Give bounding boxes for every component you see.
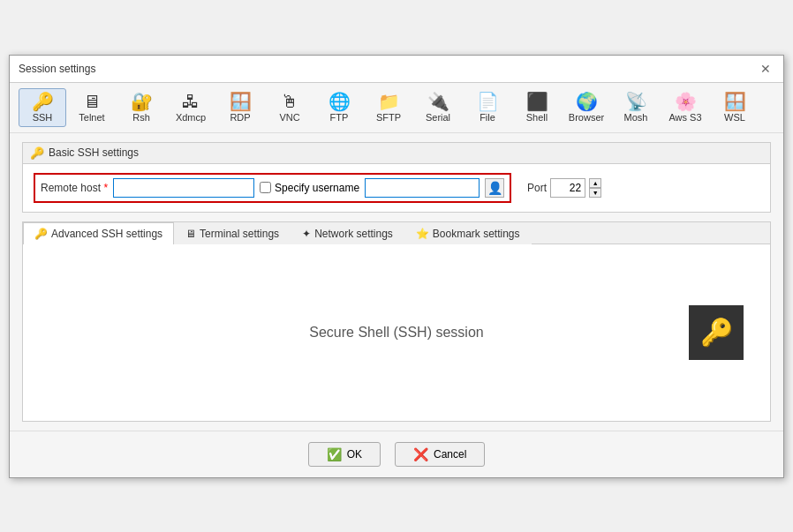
key-icon-box: 🔑 [689,305,744,360]
tab-content-area: Secure Shell (SSH) session 🔑 [23,244,770,421]
mosh-icon: 📡 [625,93,647,110]
session-dialog: Session settings ✕ 🔑SSH🖥Telnet🔐Rsh🖧Xdmcp… [9,55,784,478]
cancel-button[interactable]: ❌ Cancel [395,442,485,467]
basic-ssh-section: 🔑 Basic SSH settings Remote host * [22,142,771,213]
protocol-btn-rdp[interactable]: 🪟RDP [216,88,264,127]
rdp-icon: 🪟 [230,93,252,110]
xdmcp-icon: 🖧 [182,93,200,110]
host-user-group: Remote host * Specify username [34,173,511,203]
port-spinner: ▲ ▼ [589,178,601,198]
footer: ✅ OK ❌ Cancel [10,431,783,477]
close-button[interactable]: ✕ [757,61,774,77]
remote-host-row: Remote host * [41,178,254,198]
serial-icon: 🔌 [427,93,449,110]
tab-terminal[interactable]: 🖥Terminal settings [174,222,291,244]
sftp-label: SFTP [376,112,401,123]
protocol-btn-file[interactable]: 📄File [464,88,511,127]
protocol-btn-shell[interactable]: ⬛Shell [513,88,561,127]
protocol-btn-wsl[interactable]: 🪟WSL [711,88,759,127]
ok-label: OK [347,448,362,461]
protocol-bar: 🔑SSH🖥Telnet🔐Rsh🖧Xdmcp🪟RDP🖱VNC🌐FTP📁SFTP🔌S… [10,83,783,133]
ok-button[interactable]: ✅ OK [308,442,381,467]
ssh-icon: 🔑 [32,93,54,110]
dialog-title: Session settings [19,63,95,75]
tab-advanced[interactable]: 🔑Advanced SSH settings [23,222,174,244]
serial-label: Serial [426,112,450,123]
protocol-btn-ssh[interactable]: 🔑SSH [19,88,66,127]
awss3-icon: 🌸 [675,93,697,110]
protocol-btn-awss3[interactable]: 🌸Aws S3 [661,88,709,127]
specify-username-checkbox[interactable] [260,182,271,193]
ssh-section-icon: 🔑 [30,146,44,160]
network-tab-icon: ✦ [302,228,311,240]
vnc-label: VNC [279,112,299,123]
browser-icon: 🌍 [576,93,598,110]
cancel-icon: ❌ [413,447,428,461]
wsl-icon: 🪟 [724,93,746,110]
main-content: 🔑 Basic SSH settings Remote host * [10,133,783,431]
port-down-button[interactable]: ▼ [589,188,601,198]
wsl-label: WSL [724,112,745,123]
specify-username-checkbox-label[interactable]: Specify username [260,182,359,194]
ok-icon: ✅ [327,447,342,461]
rdp-label: RDP [230,112,250,123]
bookmark-tab-label: Bookmark settings [433,228,520,240]
shell-label: Shell [526,112,548,123]
tabs-header: 🔑Advanced SSH settings🖥Terminal settings… [23,222,770,244]
network-tab-label: Network settings [314,228,393,240]
mosh-label: Mosh [624,112,648,123]
port-input[interactable] [550,178,585,198]
advanced-tabs-container: 🔑Advanced SSH settings🖥Terminal settings… [22,221,771,422]
sftp-icon: 📁 [378,93,400,110]
remote-host-input[interactable] [113,178,254,198]
terminal-tab-icon: 🖥 [185,228,196,240]
terminal-tab-label: Terminal settings [200,228,279,240]
basic-ssh-header: 🔑 Basic SSH settings [23,143,770,164]
tab-network[interactable]: ✦Network settings [291,222,404,244]
protocol-btn-vnc[interactable]: 🖱VNC [266,88,313,127]
ssh-label: SSH [33,112,53,123]
advanced-tab-icon: 🔑 [34,228,48,240]
username-input[interactable] [365,178,480,198]
user-icon-button[interactable]: 👤 [485,178,504,198]
specify-username-label: Specify username [275,182,359,194]
telnet-label: Telnet [79,112,104,123]
protocol-btn-mosh[interactable]: 📡Mosh [612,88,660,127]
title-bar: Session settings ✕ [10,56,783,83]
tab-bookmark[interactable]: ⭐Bookmark settings [404,222,532,244]
protocol-btn-rsh[interactable]: 🔐Rsh [117,88,165,127]
file-icon: 📄 [477,93,499,110]
port-up-button[interactable]: ▲ [589,178,601,188]
basic-ssh-body: Remote host * Specify username [23,164,770,212]
protocol-btn-serial[interactable]: 🔌Serial [414,88,462,127]
remote-host-label: Remote host * [41,182,108,194]
protocol-btn-xdmcp[interactable]: 🖧Xdmcp [167,88,215,127]
required-star: * [103,182,108,194]
cancel-label: Cancel [434,448,466,461]
rsh-icon: 🔐 [131,93,153,110]
advanced-tab-label: Advanced SSH settings [51,228,162,240]
file-label: File [480,112,495,123]
port-group: Port ▲ ▼ [527,178,601,198]
browser-label: Browser [569,112,604,123]
user-icon: 👤 [487,181,502,195]
protocol-btn-sftp[interactable]: 📁SFTP [365,88,412,127]
rsh-label: Rsh [132,112,150,123]
protocol-btn-browser[interactable]: 🌍Browser [563,88,610,127]
username-row: Specify username [260,178,480,198]
telnet-icon: 🖥 [83,93,101,110]
port-label: Port [527,182,547,194]
ftp-icon: 🌐 [329,93,351,110]
vnc-icon: 🖱 [281,93,298,110]
ftp-label: FTP [330,112,349,123]
protocol-btn-telnet[interactable]: 🖥Telnet [68,88,116,127]
protocol-btn-ftp[interactable]: 🌐FTP [315,88,363,127]
shell-icon: ⬛ [526,93,548,110]
basic-ssh-title: Basic SSH settings [49,146,139,159]
session-label: Secure Shell (SSH) session [309,325,483,341]
bookmark-tab-icon: ⭐ [416,228,429,240]
awss3-label: Aws S3 [668,112,701,123]
xdmcp-label: Xdmcp [176,112,206,123]
key-icon: 🔑 [700,317,733,348]
